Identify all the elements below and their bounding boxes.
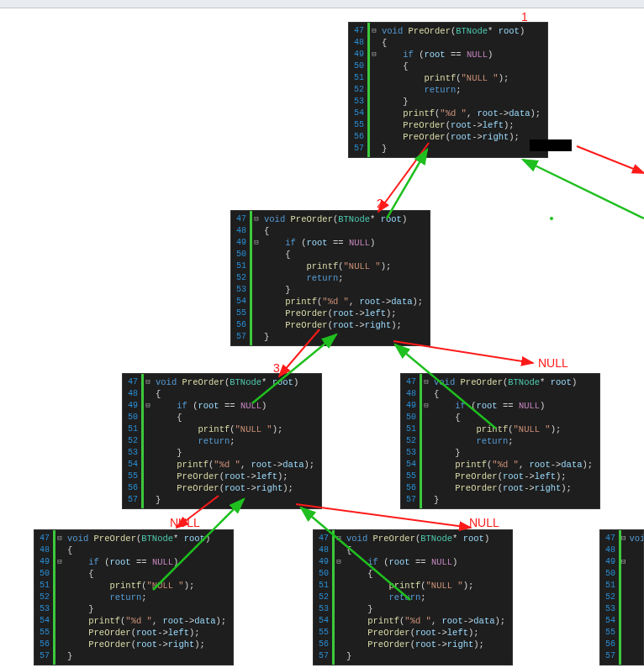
line-number: 57 [40, 650, 50, 662]
line-number: 47 [40, 533, 50, 544]
line-number-gutter: 4748495051525354555657 [34, 530, 55, 665]
fold-marker [55, 615, 64, 627]
fold-marker [55, 639, 64, 650]
code-line: if (root == NULL) [434, 400, 593, 412]
fold-marker: ⊟ [252, 213, 261, 225]
line-number: 51 [236, 260, 246, 272]
fold-marker: ⊟ [370, 49, 378, 60]
fold-marker: ⊟ [370, 25, 378, 37]
code-line [629, 544, 644, 556]
line-number: 49 [128, 400, 138, 412]
code-line: } [346, 603, 505, 615]
code-line: printf("%d ", root->data); [264, 296, 423, 308]
code-line [629, 556, 644, 568]
code-line: void PreOrder(BTNode* root) [346, 533, 505, 544]
code-line: PreOrder(root->right); [67, 639, 226, 650]
code-line: return; [434, 435, 593, 447]
line-number: 49 [319, 556, 329, 568]
line-number: 51 [319, 580, 329, 592]
fold-marker [422, 435, 430, 447]
line-number: 48 [406, 388, 416, 400]
fold-marker [370, 60, 378, 72]
fold-marker [335, 615, 343, 627]
line-number-gutter: 4748495051525354555657 [123, 374, 144, 508]
code-line: PreOrder(root->left); [156, 471, 314, 482]
fold-marker [370, 72, 378, 84]
code-line: { [264, 249, 423, 260]
svg-line-10 [387, 150, 427, 218]
code-line: { [67, 544, 226, 556]
line-number: 53 [128, 447, 138, 459]
fold-marker [144, 435, 152, 447]
code-line: PreOrder(root->left); [67, 627, 226, 639]
line-number: 53 [354, 96, 364, 108]
code-line: printf("%d ", root->data); [67, 615, 226, 627]
line-number: 52 [406, 435, 416, 447]
line-number: 54 [40, 615, 50, 627]
fold-marker: ⊟ [422, 400, 430, 412]
code-block-b1: 4748495051525354555657⊟⊟void PreOrder(BT… [348, 22, 548, 158]
fold-marker [252, 249, 261, 260]
annotation-1: 1 [521, 10, 528, 24]
code-content: void PreOrder(BTNode* root){ if (root ==… [430, 374, 599, 508]
line-number: 48 [128, 388, 138, 400]
code-line: if (root == NULL) [156, 400, 314, 412]
code-line: { [382, 60, 541, 72]
line-number-gutter: 4748495051525354555657 [401, 374, 422, 508]
fold-marker [252, 331, 261, 343]
fold-marker [335, 639, 343, 650]
code-line: } [434, 494, 593, 506]
code-line: void PreOrder(BTNode* root) [156, 376, 314, 388]
fold-marker [144, 494, 152, 506]
annotation-null-2: NULL [170, 516, 200, 529]
code-line [629, 580, 644, 592]
fold-marker: ⊟ [335, 533, 343, 544]
fold-column: ⊟⊟ [370, 23, 378, 157]
fold-marker [422, 482, 430, 494]
line-number-gutter: 4748495051525354555657 [231, 211, 252, 345]
line-number: 53 [40, 603, 50, 615]
code-line: return; [346, 592, 505, 603]
code-line [629, 627, 644, 639]
line-number: 50 [236, 249, 246, 260]
fold-marker [252, 284, 261, 296]
line-number: 57 [236, 331, 246, 343]
code-block-b5: 4748495051525354555657⊟⊟void PreOrder(BT… [34, 529, 234, 665]
fold-marker [252, 225, 261, 237]
line-number: 47 [354, 25, 364, 37]
line-number: 52 [128, 435, 138, 447]
line-number: 47 [406, 376, 416, 388]
code-line: } [434, 447, 593, 459]
code-line: { [346, 544, 505, 556]
line-number: 53 [236, 284, 246, 296]
code-line: } [67, 650, 226, 662]
fold-marker [422, 459, 430, 471]
code-line: { [346, 568, 505, 580]
code-line: PreOrder(root->right); [156, 482, 314, 494]
line-number: 56 [319, 639, 329, 650]
fold-marker: ⊟ [252, 237, 261, 249]
line-number: 51 [354, 72, 364, 84]
code-line: void PreOrder(BTNode* root) [382, 25, 541, 37]
fold-column: ⊟⊟ [144, 374, 152, 508]
fold-marker [144, 412, 152, 423]
line-number: 55 [128, 471, 138, 482]
fold-marker: ⊟ [144, 376, 152, 388]
line-number: 50 [354, 60, 364, 72]
line-number: 50 [319, 568, 329, 580]
censor-patch [530, 139, 572, 151]
code-line: printf("%d ", root->data); [156, 459, 314, 471]
code-line: return; [382, 84, 541, 96]
code-line [629, 592, 644, 603]
code-line [629, 650, 644, 662]
line-number: 49 [40, 556, 50, 568]
code-line: printf("NULL "); [156, 423, 314, 435]
line-number: 48 [605, 544, 615, 556]
fold-marker [252, 296, 261, 308]
code-line: } [382, 96, 541, 108]
code-block-b2: 4748495051525354555657⊟⊟void PreOrder(BT… [230, 210, 430, 346]
line-number: 55 [354, 119, 364, 131]
line-number: 54 [128, 459, 138, 471]
fold-marker [335, 592, 343, 603]
fold-marker [370, 84, 378, 96]
